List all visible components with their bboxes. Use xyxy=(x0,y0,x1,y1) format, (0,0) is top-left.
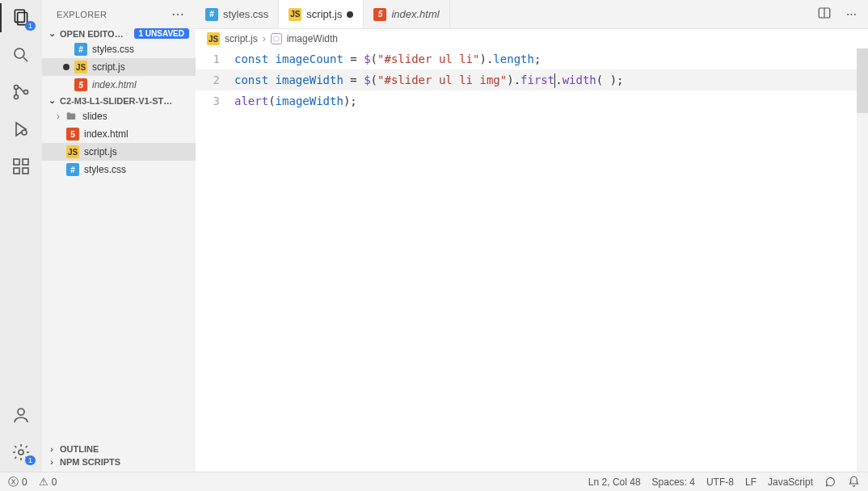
tree-file-item[interactable]: 5index.html xyxy=(42,125,196,143)
editor-more-icon[interactable]: ⋯ xyxy=(843,5,860,23)
npm-scripts-header[interactable]: › NPM SCRIPTS xyxy=(42,455,196,472)
status-bar: ⓧ 0 ⚠ 0 Ln 2, Col 48 Spaces: 4 UTF-8 LF … xyxy=(0,472,868,491)
error-icon: ⓧ xyxy=(8,475,19,489)
sidebar-title: EXPLORER xyxy=(57,10,107,19)
html-file-icon: 5 xyxy=(66,128,79,141)
activity-search-icon[interactable] xyxy=(10,44,32,66)
status-bell-icon[interactable] xyxy=(848,476,860,488)
activity-scm-icon[interactable] xyxy=(10,81,32,103)
svg-point-14 xyxy=(19,450,23,455)
tab-label: script.js xyxy=(306,8,342,20)
activity-run-icon[interactable] xyxy=(10,118,32,141)
breadcrumb[interactable]: JS script.js › ⬡ imageWidth xyxy=(196,29,868,48)
js-file-icon: JS xyxy=(289,8,301,21)
status-spaces[interactable]: Spaces: 4 xyxy=(652,476,695,488)
tab-styles-css[interactable]: #styles.css xyxy=(196,0,279,28)
chevron-down-icon: ⌄ xyxy=(47,28,57,39)
css-file-icon: # xyxy=(66,163,79,176)
tree-file-item[interactable]: JSscript.js xyxy=(42,143,196,161)
code-content: alert(imageWidth); xyxy=(234,90,357,111)
tree-folder-label: slides xyxy=(82,111,107,122)
tab-script-js[interactable]: JSscript.js xyxy=(279,0,364,28)
chevron-down-icon: ⌄ xyxy=(47,95,57,106)
status-errors-count: 0 xyxy=(22,476,27,488)
tab-index-html[interactable]: 5index.html xyxy=(364,0,449,28)
tree-file-item[interactable]: #styles.css xyxy=(42,161,196,178)
open-editors-label: OPEN EDITO… xyxy=(60,29,124,39)
svg-rect-10 xyxy=(14,168,19,174)
chevron-right-icon: › xyxy=(263,33,266,44)
chevron-right-icon: › xyxy=(57,111,60,122)
open-editor-item[interactable]: #styles.css xyxy=(42,40,196,58)
line-number: 3 xyxy=(196,90,234,111)
code-line[interactable]: 1const imageCount = $("#slider ul li").l… xyxy=(196,48,868,69)
svg-point-5 xyxy=(15,95,19,99)
html-file-icon: 5 xyxy=(74,78,87,91)
svg-line-3 xyxy=(23,57,27,61)
unsaved-dot-icon xyxy=(347,11,353,18)
svg-rect-9 xyxy=(14,159,19,165)
open-editor-item[interactable]: 5index.html xyxy=(42,76,196,94)
status-encoding[interactable]: UTF-8 xyxy=(706,476,734,488)
activity-extensions-icon[interactable] xyxy=(10,155,32,178)
js-file-icon: JS xyxy=(74,61,87,73)
unsaved-badge: 1 UNSAVED xyxy=(134,28,190,39)
code-content: const imageCount = $("#slider ul li").le… xyxy=(234,48,541,69)
split-editor-icon[interactable] xyxy=(814,2,835,26)
svg-rect-12 xyxy=(23,159,28,165)
outline-header[interactable]: › OUTLINE xyxy=(42,443,196,455)
activity-bar: 1 1 xyxy=(0,0,42,472)
svg-point-4 xyxy=(15,86,19,90)
svg-point-13 xyxy=(18,409,24,415)
code-content: const imageWidth = $("#slider ul li img"… xyxy=(234,69,624,90)
svg-rect-11 xyxy=(23,168,28,174)
open-editor-item[interactable]: JSscript.js xyxy=(42,58,196,76)
tree-folder-slides[interactable]: › slides xyxy=(42,107,196,125)
activity-explorer-icon[interactable]: 1 xyxy=(10,6,32,29)
activity-settings-icon[interactable]: 1 xyxy=(10,441,32,464)
js-file-icon: JS xyxy=(66,145,79,158)
file-name: index.html xyxy=(92,79,137,90)
chevron-right-icon: › xyxy=(47,444,57,454)
file-name: script.js xyxy=(92,61,125,73)
css-file-icon: # xyxy=(205,8,218,21)
open-editors-header[interactable]: ⌄ OPEN EDITO… 1 UNSAVED xyxy=(42,27,196,40)
js-file-icon: JS xyxy=(207,32,220,45)
status-feedback-icon[interactable] xyxy=(824,476,836,488)
code-line[interactable]: 3alert(imageWidth); xyxy=(196,90,868,111)
code-line[interactable]: 2const imageWidth = $("#slider ul li img… xyxy=(196,69,868,90)
file-name: script.js xyxy=(84,146,117,157)
status-cursor[interactable]: Ln 2, Col 48 xyxy=(588,476,641,488)
activity-explorer-badge: 1 xyxy=(25,21,36,31)
tab-label: styles.css xyxy=(223,8,268,20)
status-errors[interactable]: ⓧ 0 xyxy=(8,475,27,489)
sidebar-more-icon[interactable]: ⋯ xyxy=(168,6,188,22)
warning-icon: ⚠ xyxy=(39,476,48,488)
file-name: styles.css xyxy=(92,44,134,55)
status-warnings-count: 0 xyxy=(52,476,57,488)
tab-label: index.html xyxy=(391,8,439,20)
code-editor[interactable]: 1const imageCount = $("#slider ul li").l… xyxy=(196,48,868,472)
close-slot xyxy=(63,82,70,88)
svg-point-2 xyxy=(15,48,24,58)
outline-label: OUTLINE xyxy=(60,444,99,454)
project-header[interactable]: ⌄ C2-M3-L1-SLIDER-V1-ST… xyxy=(42,94,196,107)
activity-settings-badge: 1 xyxy=(25,455,36,465)
file-name: styles.css xyxy=(84,164,126,175)
svg-point-6 xyxy=(24,90,28,94)
chevron-right-icon: › xyxy=(47,457,57,467)
editor-area: #styles.cssJSscript.js5index.html ⋯ JS s… xyxy=(196,0,868,472)
tab-bar: #styles.cssJSscript.js5index.html ⋯ xyxy=(196,0,868,29)
scrollbar-overview[interactable] xyxy=(857,48,868,472)
sidebar: EXPLORER ⋯ ⌄ OPEN EDITO… 1 UNSAVED #styl… xyxy=(42,0,196,472)
unsaved-dot-icon xyxy=(63,64,70,70)
folder-icon xyxy=(65,110,78,123)
svg-point-8 xyxy=(22,130,27,135)
activity-account-icon[interactable] xyxy=(10,404,32,426)
breadcrumb-symbol: imageWidth xyxy=(287,33,338,44)
status-language[interactable]: JavaScript xyxy=(768,476,813,488)
status-warnings[interactable]: ⚠ 0 xyxy=(39,476,57,488)
status-eol[interactable]: LF xyxy=(745,476,756,488)
svg-rect-0 xyxy=(15,10,24,22)
line-number: 2 xyxy=(196,69,234,90)
